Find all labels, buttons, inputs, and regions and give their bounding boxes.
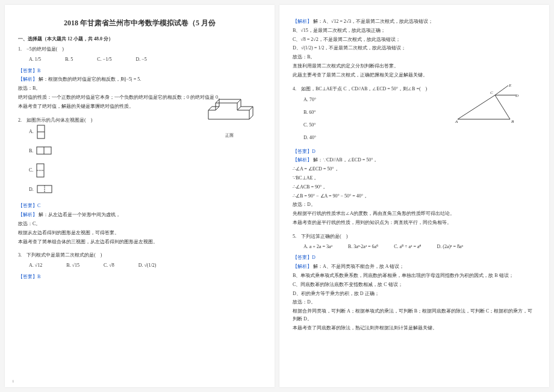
q3-stem: 3. 下列根式中是最简二次根式的是( ) — [18, 252, 102, 258]
q1-answer: 【答案】B — [18, 67, 261, 75]
q4-stem: 4. 如图，BC⊥AE于点 C，CD//AB，∠ECD = 50°，则∠B =(… — [293, 86, 427, 92]
q5-l1: B、单项式乘单项式系数乘系数，同底数的幂相乘，单独出现的字母连同指数作为积的因式… — [293, 272, 536, 280]
q4-choice-d: D. 40° — [303, 134, 536, 142]
q5-answer: 【答案】D — [293, 254, 536, 262]
label-D: D — [515, 93, 518, 98]
page-left: 2018 年甘肃省兰州市中考数学模拟试卷（5 月份 一、选择题（本大题共 12 … — [5, 5, 275, 387]
q5-l6: 本题考查了同底数幂的除法，熟记法则并根据法则计算是解题关键。 — [293, 325, 536, 332]
q4-explanation: 【解析】 解：∵CD//AB，∠ECD = 50°， — [293, 157, 536, 164]
q2-d-label: D. — [29, 186, 34, 194]
q4-l6: 先根据平行线的性质求出∠A的度数，再由直角三角形的性质即可得出结论。 — [293, 210, 536, 218]
q4-answer: 【答案】D — [293, 148, 536, 156]
label-E: E — [508, 83, 512, 88]
q3-exp-body: 解：A、√12 = 2√3，不是最简二次根式，故此选项错误； — [313, 19, 433, 24]
view-b-icon — [36, 143, 52, 159]
shape3d-icon — [202, 98, 257, 128]
q2-a-label: A. — [29, 128, 34, 136]
q1-choice-d: D. −5 — [135, 56, 146, 64]
q2-choice-c: C. — [29, 163, 261, 178]
label-B: B — [511, 119, 514, 124]
q2-b-label: B. — [29, 148, 33, 155]
q2-c-label: C. — [29, 167, 33, 175]
q5-choices: A. a + 2a = 3a² B. 3a³·2a² = 6a⁶ C. a⁸ ÷… — [293, 243, 536, 251]
q3-choice-a: A. √12 — [29, 262, 42, 270]
q2-figure: 正面 — [202, 98, 257, 139]
q2-line2: 根据从左边看得到的图形是左视图，可得答案。 — [18, 229, 261, 237]
q1-exp-label: 【解析】 — [18, 76, 37, 82]
q2-line1: 故选：C。 — [18, 220, 261, 228]
q4-l2: ∵BC⊥AE， — [293, 175, 536, 182]
q5-choice-d: D. (2a)³ = 8a³ — [437, 243, 463, 251]
q4-exp-label: 【解析】 — [293, 157, 312, 163]
q5-exp-body: 解：A、不是同类项不能合并，故 A 错误； — [313, 264, 404, 269]
q1-choice-c: C. −1/5 — [97, 56, 111, 64]
q2-stem: 2. 如图所示的几何体左视图是( ) — [18, 117, 92, 123]
q5-choice-a: A. a + 2a = 3a² — [303, 243, 332, 251]
q1-exp-body: 解：根据负数的绝对值是它的相反数，则|−5| = 5. — [39, 76, 141, 82]
q1-choice-a: A. 1/5 — [29, 56, 41, 64]
q3-choice-d: D. √(1/2) — [138, 262, 157, 270]
q3-r2: B、√15，是最简二次根式，故此选项正确； — [293, 27, 536, 35]
q1-choice-b: B. 5 — [65, 56, 73, 64]
svg-line-10 — [495, 95, 510, 119]
q4-l3: ∴∠ACB = 90°， — [293, 184, 536, 191]
label-A: A — [455, 119, 458, 124]
q1-line1: 故选：B。 — [18, 85, 261, 93]
q3-r6: 直接利用最简二次根式的定义分别判断得出答案。 — [293, 63, 536, 70]
page-number: 1 — [12, 379, 14, 384]
q2-line3: 本题考查了简单组合体的三视图，从左边看得到的图形是左视图。 — [18, 238, 261, 246]
question-2: 2. 如图所示的几何体左视图是( ) 正面 A. B. — [18, 117, 261, 246]
view-a-icon — [36, 124, 53, 140]
q3-exp-label: 【解析】 — [293, 19, 312, 24]
q5-exp-label: 【解析】 — [293, 264, 312, 269]
q3-choice-b: B. √15 — [66, 262, 79, 270]
q5-stem: 5. 下列运算正确的是( ) — [293, 234, 347, 239]
q1-choices: A. 1/5 B. 5 C. −1/5 D. −5 — [18, 56, 261, 64]
q3-choice-c: C. √8 — [104, 262, 114, 270]
q1-explanation: 【解析】 解：根据负数的绝对值是它的相反数，则|−5| = 5. — [18, 76, 261, 84]
q5-l4: 故选：D。 — [293, 299, 536, 306]
q2-explanation: 【解析】 解：从左边看是一个矩形中间为虚线， — [18, 211, 261, 219]
q3-exp: 【解析】 解：A、√12 = 2√3，不是最简二次根式，故此选项错误； — [293, 18, 536, 26]
question-5: 5. 下列运算正确的是( ) A. a + 2a = 3a² B. 3a³·2a… — [293, 233, 536, 332]
label-C: C — [490, 90, 493, 95]
q4-figure: A B C D E — [453, 83, 519, 128]
view-c-icon — [36, 163, 52, 178]
q2-choice-d: D. — [29, 182, 261, 198]
q2-caption: 正面 — [202, 132, 257, 139]
doc-title: 2018 年甘肃省兰州市中考数学模拟试卷（5 月份 — [18, 18, 261, 28]
angle-diagram-icon: A B C D E — [453, 83, 519, 125]
q4-l5: 故选：D。 — [293, 201, 536, 209]
q2-choice-b: B. — [29, 143, 261, 159]
q3-r4: D、√(1/2) = 1/2，不是最简二次根式，故此选项错误； — [293, 45, 536, 52]
svg-line-12 — [495, 86, 508, 95]
section-heading: 一、选择题（本大题共 12 小题，共 48.0 分） — [18, 36, 261, 42]
q3-r3: C、√8 = 2√2，不是最简二次根式，故此选项错误； — [293, 36, 536, 44]
q5-explanation: 【解析】 解：A、不是同类项不能合并，故 A 错误； — [293, 263, 536, 271]
q5-l3: D、积的乘方等于乘方的积，故 D 正确； — [293, 290, 536, 298]
q3-r7: 此题主要考查了最简二次根式，正确把握相关定义是解题关键。 — [293, 72, 536, 79]
q5-choice-b: B. 3a³·2a² = 6a⁶ — [348, 243, 378, 251]
q3-choices: A. √12 B. √15 C. √8 D. √(1/2) — [18, 262, 261, 270]
q1-stem: 1. −5的绝对值是( ) — [18, 46, 64, 52]
q3-r5: 故选：B。 — [293, 54, 536, 61]
q2-exp-body: 解：从左边看是一个矩形中间为虚线， — [39, 212, 120, 217]
question-3: 3. 下列根式中是最简二次根式的是( ) A. √12 B. √15 C. √8… — [18, 252, 261, 281]
q5-l2: C、同底数幂的除法底数不变指数相减，故 C 错误； — [293, 281, 536, 289]
q2-exp-label: 【解析】 — [18, 212, 37, 217]
q4-l1: ∴∠A = ∠ECD = 50°， — [293, 166, 536, 173]
q4-l7: 本题考查的是平行线的性质，用到的知识点为：两直线平行，同位角相等。 — [293, 219, 536, 227]
q5-choice-c: C. a⁸ ÷ a² = a⁴ — [394, 243, 421, 251]
q3-answer: 【答案】B — [18, 273, 261, 281]
q4-exp-body: 解：∵CD//AB，∠ECD = 50°， — [313, 157, 378, 163]
q5-l5: 根据合并同类项，可判断 A；根据单项式的乘法，可判断 B；根据同底数幂的除法，可… — [293, 308, 536, 323]
svg-line-9 — [458, 95, 495, 119]
question-4: 4. 如图，BC⊥AE于点 C，CD//AB，∠ECD = 50°，则∠B =(… — [293, 86, 536, 227]
view-d-icon — [36, 182, 53, 198]
q2-answer: 【答案】C — [18, 202, 261, 210]
q4-l4: ∴∠B = 90° − ∠A = 90° − 50° = 40°， — [293, 193, 536, 201]
page-right: 【解析】 解：A、√12 = 2√3，不是最简二次根式，故此选项错误； B、√1… — [279, 5, 549, 387]
